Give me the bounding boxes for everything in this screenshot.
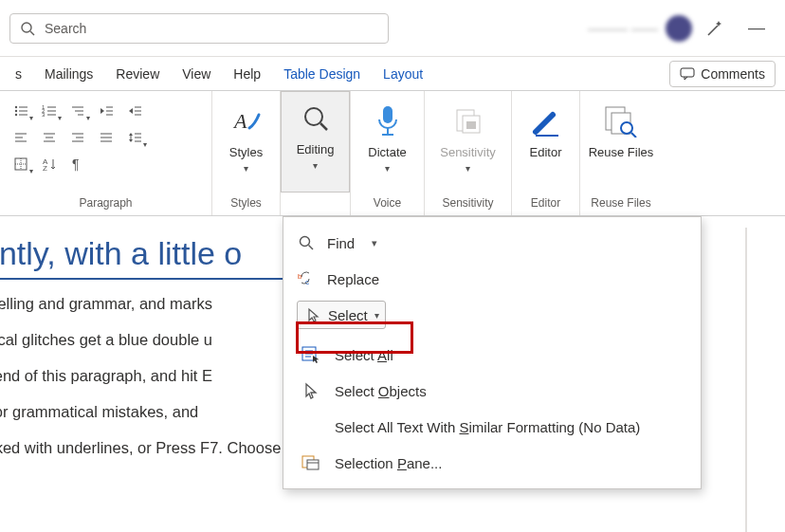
bullets-button[interactable]: ▾: [8, 99, 34, 123]
select-objects-label: Select Objects: [335, 383, 427, 399]
svg-line-61: [309, 246, 314, 250]
chevron-down-icon: ▾: [466, 163, 470, 174]
svg-text:¶: ¶: [72, 156, 80, 172]
cursor-icon: [303, 307, 322, 322]
right-margin: [745, 228, 747, 532]
group-label-sensitivity: Sensitivity: [429, 193, 507, 215]
find-label: Find: [327, 235, 355, 251]
svg-text:3: 3: [42, 112, 46, 118]
svg-point-3: [14, 106, 16, 108]
svg-text:Z: Z: [43, 164, 47, 172]
dictate-label: Dictate: [368, 146, 406, 159]
group-editing: Editing ▾: [281, 91, 351, 215]
search-icon: [20, 21, 35, 36]
chevron-down-icon: ▾: [374, 310, 379, 321]
search-input[interactable]: Search: [9, 13, 389, 44]
group-label-styles: Styles: [216, 193, 276, 215]
svg-point-5: [14, 110, 16, 112]
numbering-button[interactable]: 123▾: [36, 99, 63, 123]
sensitivity-button[interactable]: Sensitivity ▾: [429, 95, 508, 193]
group-label-voice: Voice: [355, 193, 420, 215]
group-reuse: Reuse Files Reuse Files: [580, 91, 662, 215]
replace-icon: bc: [297, 271, 316, 286]
editing-button[interactable]: Editing ▾: [281, 91, 350, 193]
svg-line-1: [30, 31, 34, 35]
editing-dropdown: Find ▾ bc Replace Select ▾ Select All Se…: [283, 216, 702, 489]
tab-mailings[interactable]: Mailings: [33, 57, 104, 90]
chevron-down-icon: ▾: [313, 160, 318, 171]
styles-label: Styles: [229, 146, 263, 159]
comment-icon: [680, 67, 695, 81]
show-marks-button[interactable]: ¶: [64, 152, 91, 176]
svg-point-7: [14, 114, 16, 116]
editor-label: Editor: [530, 146, 562, 159]
chevron-down-icon: ▾: [244, 163, 248, 174]
chevron-down-icon: ▾: [385, 163, 390, 174]
select-label: Select: [328, 307, 368, 323]
sensitivity-label: Sensitivity: [440, 146, 496, 159]
selection-pane-icon: [301, 455, 321, 470]
editor-icon: [530, 105, 562, 138]
svg-point-47: [305, 108, 322, 125]
sort-button[interactable]: AZ: [36, 152, 63, 176]
microphone-icon: [374, 104, 401, 138]
sensitivity-icon: [453, 106, 484, 137]
reuse-files-button[interactable]: Reuse Files: [584, 95, 658, 193]
decrease-indent-button[interactable]: [93, 99, 119, 123]
group-label-editor: Editor: [516, 193, 575, 215]
borders-button[interactable]: ▾: [8, 152, 34, 176]
svg-point-58: [621, 122, 632, 134]
selection-pane-item[interactable]: Selection Pane...: [287, 445, 697, 481]
select-item[interactable]: Select ▾: [297, 301, 386, 329]
select-all-icon: [301, 346, 321, 363]
align-center-button[interactable]: [36, 125, 63, 150]
magnifier-icon: [301, 104, 330, 133]
select-similar-formatting-item[interactable]: Select All Text With Similar Formatting …: [287, 409, 697, 445]
reuse-label: Reuse Files: [589, 146, 654, 159]
group-styles: A Styles ▾ Styles: [212, 91, 281, 215]
svg-rect-54: [466, 121, 476, 129]
ribbon-tabs: s Mailings Review View Help Table Design…: [0, 57, 785, 91]
group-voice: Dictate ▾ Voice: [351, 91, 425, 215]
align-left-button[interactable]: [8, 125, 34, 150]
select-similar-label: Select All Text With Similar Formatting …: [335, 419, 640, 435]
editing-label: Editing: [297, 143, 335, 156]
editor-button[interactable]: Editor: [516, 95, 576, 193]
user-area[interactable]: ——— ——: [588, 15, 692, 42]
comments-label: Comments: [701, 66, 765, 82]
search-icon: [297, 235, 316, 250]
replace-label: Replace: [327, 271, 379, 287]
select-all-item[interactable]: Select All: [287, 337, 697, 373]
minimize-button[interactable]: —: [738, 18, 776, 38]
tab-layout[interactable]: Layout: [372, 57, 434, 90]
selection-pane-label: Selection Pane...: [335, 455, 442, 471]
group-sensitivity: Sensitivity ▾ Sensitivity: [425, 91, 512, 215]
group-label-editing: [281, 193, 350, 215]
coming-soon-icon[interactable]: [702, 19, 728, 38]
line-spacing-button[interactable]: ▾: [121, 125, 148, 150]
replace-item[interactable]: bc Replace: [287, 261, 697, 297]
select-objects-item[interactable]: Select Objects: [287, 373, 697, 409]
tab-fragment[interactable]: s: [4, 57, 33, 90]
dictate-button[interactable]: Dictate ▾: [357, 95, 418, 193]
comments-button[interactable]: Comments: [669, 61, 776, 87]
tab-view[interactable]: View: [171, 57, 222, 90]
tab-review[interactable]: Review: [104, 57, 171, 90]
svg-point-0: [22, 23, 31, 32]
group-editor: Editor Editor: [512, 91, 580, 215]
tab-help[interactable]: Help: [222, 57, 272, 90]
avatar: [666, 15, 692, 42]
svg-line-48: [320, 123, 327, 130]
justify-button[interactable]: [93, 125, 119, 150]
styles-button[interactable]: A Styles ▾: [216, 95, 277, 193]
svg-line-59: [631, 133, 636, 138]
reuse-files-icon: [604, 105, 638, 138]
align-right-button[interactable]: [64, 125, 91, 150]
increase-indent-button[interactable]: [121, 99, 148, 123]
title-bar: Search ——— —— —: [0, 0, 785, 57]
multilevel-list-button[interactable]: ▾: [64, 99, 91, 123]
cursor-icon: [301, 382, 321, 399]
find-item[interactable]: Find ▾: [287, 225, 697, 261]
tab-table-design[interactable]: Table Design: [272, 57, 372, 90]
group-label-paragraph: Paragraph: [4, 193, 208, 215]
